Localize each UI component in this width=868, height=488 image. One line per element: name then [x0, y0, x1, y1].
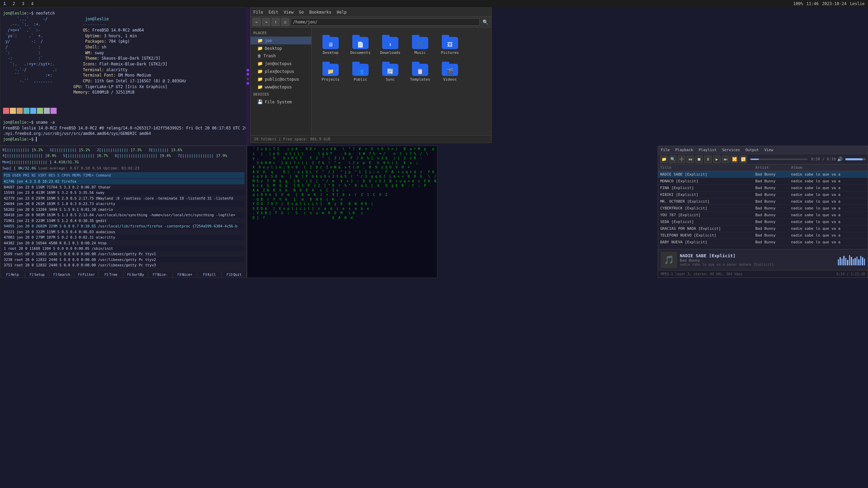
mp-open-button[interactable]: 📁	[660, 156, 668, 163]
folder-type-icon: 🖥	[328, 41, 333, 48]
fkey-tree[interactable]: F5Tree	[99, 271, 123, 278]
fkey-kill[interactable]: F9Kill	[197, 271, 222, 278]
sidebar-item-trash[interactable]: 🗑 Trash	[251, 52, 311, 60]
terminal-htop[interactable]: 0[|||||||||| ]5.2%1[|||||||||| ]5.2%2[||…	[0, 146, 247, 278]
track-title: HIBIKI [Explicit]	[658, 191, 753, 198]
mp-shuffle-button[interactable]: 🔀	[731, 156, 738, 163]
fm-search-button[interactable]: 🔍	[481, 18, 489, 26]
cpu-bar-5: 5[|||||||||||| ]6.7%	[63, 153, 108, 158]
folder-icon-big: ⬇	[382, 35, 398, 49]
mp-search-button[interactable]: 🔍	[669, 156, 676, 163]
mp-menu-output[interactable]: Output	[745, 148, 759, 152]
mp-track-row[interactable]: BABY NUEVA [Explicit]Bad Bunnynadie sabe…	[658, 239, 868, 246]
fm-menu-bookmarks[interactable]: Bookmarks	[309, 10, 331, 15]
mp-menu-playlist[interactable]: Playlist	[698, 148, 716, 152]
mp-track-row[interactable]: NADIE SABE [Explicit]Bad Bunnynadie sabe…	[658, 171, 868, 178]
fkey-nice+[interactable]: F8Nice+	[173, 271, 197, 278]
fm-back-button[interactable]: ←	[253, 18, 261, 26]
mp-volume-bar[interactable]	[845, 158, 866, 160]
sidebar-item-www-octopus[interactable]: 📁 www@octopus	[251, 83, 311, 91]
mp-add-button[interactable]: ➕	[678, 156, 685, 163]
fm-menu-file[interactable]: File	[253, 10, 263, 15]
folder-icon-big: 🖥	[322, 35, 339, 49]
fm-folder-music[interactable]: 🎵 Music	[407, 33, 434, 57]
mp-now-playing: 🎵 NADIE SABE [Explicit] Bad Bunny nadie …	[658, 249, 868, 270]
mp-track-row[interactable]: HIBIKI [Explicit]Bad Bunnynadie sabe lo …	[658, 191, 868, 198]
sidebar-item-public-octopus[interactable]: 📁 public@octopus	[251, 75, 311, 83]
fm-folder-public[interactable]: 👥 Public	[347, 60, 374, 84]
mp-seek-bar[interactable]	[750, 159, 808, 160]
mp-menu-playback[interactable]: Playback	[675, 148, 693, 152]
workspace-2[interactable]: 2	[13, 1, 15, 6]
htop-process-row: 41746 jon 4.3 3.8 10:23.02 firefox	[2, 179, 244, 184]
folder-label: Projects	[322, 77, 340, 82]
network-folder-icon: 📁	[257, 84, 263, 89]
mp-play-button[interactable]: ▶	[713, 156, 721, 163]
fkey-filter[interactable]: F4Filter	[74, 271, 99, 278]
mp-stop-button[interactable]: ⏹	[695, 156, 703, 163]
waveform-bar	[862, 257, 863, 265]
fm-folder-sync[interactable]: 🔄 Sync	[377, 60, 404, 84]
cpu-bar-3: 3[||||||| ]3.6%	[149, 147, 182, 152]
fm-menu-edit[interactable]: Edit	[269, 10, 278, 15]
topbar: 1 2 3 4 100% 11:46 2023-10-24 Leslie	[0, 0, 868, 7]
fm-folder-projects[interactable]: 📁 Projects	[317, 60, 344, 84]
mp-menu-view[interactable]: View	[764, 148, 773, 152]
fm-location-bar[interactable]: /home/jon/	[291, 18, 480, 26]
mp-track-row[interactable]: GRACIAS POR NADA [Explicit]Bad Bunnynadi…	[658, 225, 868, 232]
fkey-setup[interactable]: F2Setup	[25, 271, 50, 278]
mp-next-button[interactable]: ⏭	[722, 156, 729, 163]
fm-menu-go[interactable]: Go	[299, 10, 304, 15]
mp-playlist[interactable]: Title Artist Album NADIE SABE [Explicit]…	[658, 164, 868, 249]
fm-menu-view[interactable]: View	[284, 10, 294, 15]
mp-repeat-button[interactable]: 🔁	[739, 156, 747, 163]
htop-process-row: 56282 jon 20 0 13204 3404 S 1.5 0.1 0:01…	[2, 207, 244, 212]
mp-track-row[interactable]: MR. OCTOBER [Explicit]Bad Bunnynadie sab…	[658, 198, 868, 205]
workspace-3[interactable]: 3	[22, 1, 24, 6]
mp-col-artist: Artist	[753, 164, 789, 171]
mp-track-row[interactable]: TELEFONO NUEVO [Explicit]Bad Bunnynadie …	[658, 232, 868, 239]
sway-close-indicator: ✕	[247, 77, 249, 81]
sidebar-item-desktop[interactable]: 📁 Desktop	[251, 44, 311, 52]
fm-folder-pictures[interactable]: 🖼 Pictures	[436, 33, 463, 57]
fkey-sortby[interactable]: F6SortBy	[123, 271, 148, 278]
fm-folder-videos[interactable]: 🎬 Videos	[436, 60, 463, 84]
fm-folder-downloads[interactable]: ⬇ Downloads	[377, 33, 404, 57]
fm-folder-desktop[interactable]: 🖥 Desktop	[317, 33, 344, 57]
terminal-neofetch[interactable]: jon@leslie:~$ neofetch `...` -/ jon@lesl…	[0, 7, 247, 146]
mp-track-row[interactable]: MONACO [Explicit]Bad Bunnynadie sabe lo …	[658, 178, 868, 185]
waveform-bar	[858, 259, 859, 265]
mp-menu-file[interactable]: File	[661, 148, 670, 152]
track-album: nadie sabe lo que va a	[789, 239, 868, 246]
fm-body: Places 📁 jon 📁 Desktop 🗑 Trash 📁 jon@oct…	[251, 27, 491, 135]
mp-track-row[interactable]: CYBERTRUCK [Explicit]Bad Bunnynadie sabe…	[658, 205, 868, 212]
fkey-quit[interactable]: F10Quit	[222, 271, 246, 278]
sidebar-item-jon[interactable]: 📁 jon	[251, 37, 311, 44]
sidebar-item-filesystem[interactable]: 💾 File System	[251, 98, 311, 106]
mp-prev-button[interactable]: ⏮	[687, 156, 694, 163]
mp-menu-services[interactable]: Services	[722, 148, 740, 152]
track-title: BABY NUEVA [Explicit]	[658, 239, 753, 246]
mp-track-row[interactable]: FINA [Explicit]Bad Bunnynadie sabe lo qu…	[658, 185, 868, 191]
workspace-4[interactable]: 4	[31, 1, 34, 6]
swp-bar: Swp[ ] 0K/32.0G Load average: 0.67 0.58 …	[2, 166, 244, 171]
workspace-1[interactable]: 1	[3, 1, 6, 6]
fm-up-button[interactable]: ↑	[272, 18, 280, 26]
track-album: nadie sabe lo que va a	[789, 205, 868, 212]
sidebar-item-jon-octopus[interactable]: 📁 jon@octopus	[251, 60, 311, 67]
sidebar-item-plex-octopus[interactable]: 📁 plex@octopus	[251, 67, 311, 75]
fkey-help[interactable]: F1Help	[0, 271, 25, 278]
mp-pause-button[interactable]: ⏸	[704, 156, 712, 163]
htop-process-row: 3751 root 20 0 12832 2440 S 0.0 0.0 0:00…	[2, 262, 244, 268]
fm-folder-documents[interactable]: 📄 Documents	[347, 33, 374, 57]
file-manager-window: File Edit View Go Bookmarks Help ← → ↑ ⌂…	[250, 7, 492, 143]
track-album: nadie sabe lo que va a	[789, 219, 868, 225]
fkey-search[interactable]: F3Search	[50, 271, 74, 278]
fm-home-button[interactable]: ⌂	[281, 18, 289, 26]
fm-forward-button[interactable]: →	[262, 18, 270, 26]
mp-track-row[interactable]: YOU 787 [Explicit]Bad Bunnynadie sabe lo…	[658, 212, 868, 219]
fkey-nice-[interactable]: F7Nice-	[148, 271, 173, 278]
fm-folder-templates[interactable]: 📋 Templates	[407, 60, 434, 84]
mp-track-row[interactable]: SEDA [Explicit]Bad Bunnynadie sabe lo qu…	[658, 219, 868, 225]
fm-menu-help[interactable]: Help	[337, 10, 347, 15]
